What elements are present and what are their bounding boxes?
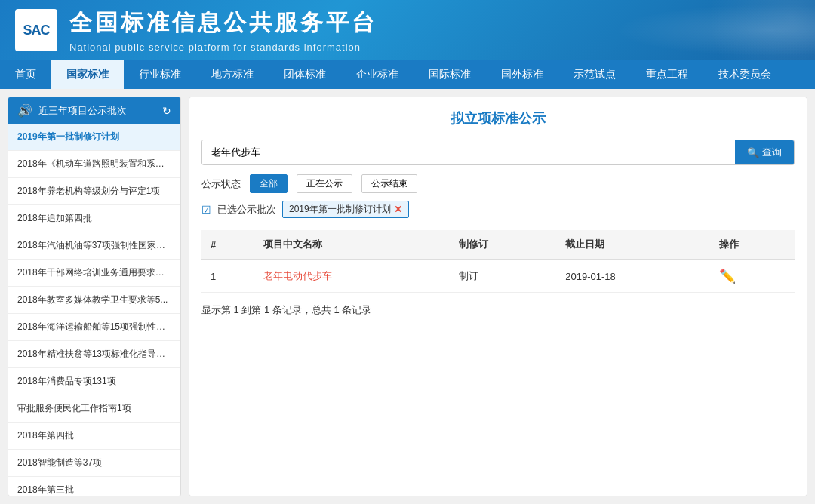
logo-text: SAC bbox=[23, 23, 49, 38]
sidebar-item-6[interactable]: 2018年教室多媒体教学卫生要求等5... bbox=[8, 287, 180, 314]
batch-tag-text: 2019年第一批制修订计划 bbox=[289, 203, 391, 216]
sidebar-item-12[interactable]: 2018智能制造等37项 bbox=[8, 450, 180, 477]
filter-label: 公示状态 bbox=[201, 177, 241, 191]
filter-btn-all[interactable]: 全部 bbox=[250, 174, 288, 193]
sidebar: 🔊 近三年项目公示批次 ↻ 2019年第一批制修订计划 2018年《机动车道路照… bbox=[8, 97, 181, 496]
batch-row-label: 已选公示批次 bbox=[217, 203, 276, 217]
main-layout: 🔊 近三年项目公示批次 ↻ 2019年第一批制修订计划 2018年《机动车道路照… bbox=[0, 89, 815, 504]
nav-item-industry[interactable]: 行业标准 bbox=[124, 60, 196, 89]
logo-box: SAC bbox=[15, 9, 57, 51]
sidebar-item-7[interactable]: 2018年海洋运输船舶等15项强制性国... bbox=[8, 314, 180, 341]
sidebar-item-0[interactable]: 2019年第一批制修订计划 bbox=[8, 124, 180, 151]
filter-btn-ended[interactable]: 公示结束 bbox=[361, 174, 417, 193]
nav-item-committee[interactable]: 技术委员会 bbox=[703, 60, 786, 89]
col-action: 操作 bbox=[710, 230, 795, 260]
main-nav: 首页 国家标准 行业标准 地方标准 团体标准 企业标准 国际标准 国外标准 示范… bbox=[0, 60, 815, 89]
header-title-block: 全国标准信息公共服务平台 National public service pla… bbox=[69, 8, 377, 53]
sidebar-item-10[interactable]: 审批服务便民化工作指南1项 bbox=[8, 395, 180, 423]
page-header: SAC 全国标准信息公共服务平台 National public service… bbox=[0, 0, 815, 60]
results-table: # 项目中文名称 制修订 截止日期 操作 1 老年电动代步车 制订 2019-0… bbox=[201, 230, 795, 293]
cell-num: 1 bbox=[201, 260, 254, 293]
batch-tag-close[interactable]: ✕ bbox=[394, 204, 402, 215]
col-num: # bbox=[201, 230, 254, 260]
nav-item-home[interactable]: 首页 bbox=[0, 60, 51, 89]
sidebar-item-3[interactable]: 2018年追加第四批 bbox=[8, 205, 180, 232]
checkbox-icon: ☑ bbox=[201, 204, 211, 216]
project-name-link[interactable]: 老年电动代步车 bbox=[263, 270, 332, 281]
search-input[interactable] bbox=[202, 140, 735, 164]
content-title: 拟立项标准公示 bbox=[201, 109, 795, 128]
nav-item-local[interactable]: 地方标准 bbox=[196, 60, 269, 89]
search-btn-label: 查询 bbox=[762, 146, 782, 159]
batch-tag: 2019年第一批制修订计划 ✕ bbox=[282, 201, 409, 218]
sidebar-item-1[interactable]: 2018年《机动车道路照明装置和系统... bbox=[8, 151, 180, 178]
nav-item-international[interactable]: 国际标准 bbox=[414, 60, 486, 89]
filter-btn-active[interactable]: 正在公示 bbox=[297, 174, 352, 193]
speaker-icon: 🔊 bbox=[17, 103, 32, 118]
sidebar-item-4[interactable]: 2018年汽油机油等37项强制性国家标... bbox=[8, 232, 180, 260]
col-date: 截止日期 bbox=[556, 230, 709, 260]
edit-icon[interactable]: ✏️ bbox=[719, 269, 736, 284]
table-row: 1 老年电动代步车 制订 2019-01-18 ✏️ bbox=[201, 260, 795, 293]
nav-item-key[interactable]: 重点工程 bbox=[631, 60, 703, 89]
nav-item-demo[interactable]: 示范试点 bbox=[558, 60, 631, 89]
sidebar-item-2[interactable]: 2018年养老机构等级划分与评定1项 bbox=[8, 178, 180, 205]
nav-item-national[interactable]: 国家标准 bbox=[51, 60, 124, 89]
sidebar-list: 2019年第一批制修订计划 2018年《机动车道路照明装置和系统... 2018… bbox=[8, 124, 180, 496]
sidebar-item-8[interactable]: 2018年精准扶贫等13项标准化指导性... bbox=[8, 341, 180, 368]
sidebar-header-label: 近三年项目公示批次 bbox=[38, 104, 127, 118]
sidebar-header: 🔊 近三年项目公示批次 ↻ bbox=[8, 97, 180, 124]
sidebar-item-9[interactable]: 2018年消费品专项131项 bbox=[8, 368, 180, 395]
sidebar-item-5[interactable]: 2018年干部网络培训业务通用要求等... bbox=[8, 260, 180, 287]
sidebar-item-13[interactable]: 2018年第三批 bbox=[8, 477, 180, 496]
col-type: 制修订 bbox=[450, 230, 557, 260]
filter-row: 公示状态 全部 正在公示 公示结束 bbox=[201, 174, 795, 193]
search-button[interactable]: 🔍 查询 bbox=[735, 140, 794, 164]
cell-action: ✏️ bbox=[710, 260, 795, 293]
table-header-row: # 项目中文名称 制修订 截止日期 操作 bbox=[201, 230, 795, 260]
batch-row: ☑ 已选公示批次 2019年第一批制修订计划 ✕ bbox=[201, 201, 795, 218]
search-icon: 🔍 bbox=[747, 147, 759, 158]
search-bar: 🔍 查询 bbox=[201, 140, 795, 165]
sidebar-item-11[interactable]: 2018年第四批 bbox=[8, 423, 180, 450]
cell-date: 2019-01-18 bbox=[556, 260, 709, 293]
site-subtitle: National public service platform for sta… bbox=[69, 41, 377, 53]
content-area: 拟立项标准公示 🔍 查询 公示状态 全部 正在公示 公示结束 ☑ 已选公示批次 … bbox=[189, 97, 807, 496]
refresh-icon[interactable]: ↻ bbox=[162, 105, 171, 117]
nav-item-foreign[interactable]: 国外标准 bbox=[486, 60, 558, 89]
cell-name: 老年电动代步车 bbox=[254, 260, 449, 293]
nav-item-group[interactable]: 团体标准 bbox=[269, 60, 341, 89]
site-title: 全国标准信息公共服务平台 bbox=[69, 8, 377, 38]
cell-type: 制订 bbox=[450, 260, 557, 293]
col-name: 项目中文名称 bbox=[254, 230, 449, 260]
record-info: 显示第 1 到第 1 条记录，总共 1 条记录 bbox=[201, 303, 795, 317]
nav-item-enterprise[interactable]: 企业标准 bbox=[341, 60, 414, 89]
